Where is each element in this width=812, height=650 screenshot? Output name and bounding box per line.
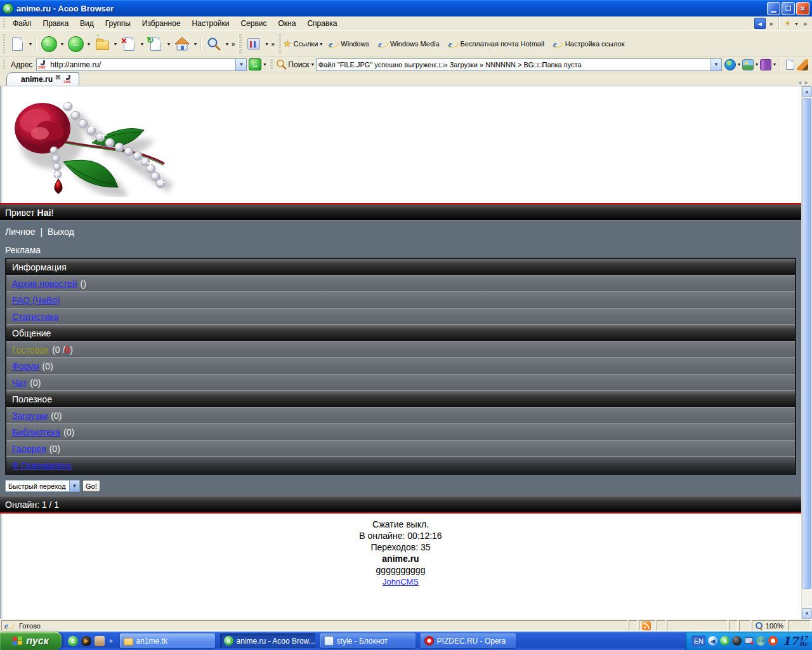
scrollbar-thumb[interactable] [802, 98, 811, 589]
search-label[interactable]: Поиск [288, 60, 309, 69]
dropdown-arrow-icon[interactable]: ▼ [736, 62, 742, 67]
menu-item-row[interactable]: Ф Газенвагенъ [6, 457, 795, 474]
back-button[interactable]: ← [39, 34, 59, 54]
menu-item-row[interactable]: Архив новостей () [6, 275, 795, 292]
zoom-panel[interactable]: 100% [752, 620, 787, 631]
dropdown-arrow-icon[interactable]: ▼ [754, 62, 760, 67]
toolbar-grip[interactable] [270, 60, 273, 70]
links-label[interactable]: Ссылки [294, 40, 318, 48]
menu-service[interactable]: Сервис [235, 17, 272, 30]
search-button[interactable] [204, 34, 224, 54]
forward-button[interactable]: → [65, 34, 86, 54]
gallery-link[interactable]: Галерея [12, 444, 46, 454]
chevron-more-icon[interactable]: » [108, 637, 114, 644]
guestbook-link[interactable]: Гостевая [12, 345, 49, 355]
personal-link[interactable]: Личное [5, 227, 36, 237]
menu-item-row[interactable]: Гостевая (0 / 0) [6, 342, 795, 358]
start-button[interactable]: пуск [0, 632, 62, 650]
search-input[interactable]: Файл "FILE.JPG" успешно выгружен□□» Загр… [316, 58, 722, 71]
dropdown-arrow-icon[interactable]: ▼ [27, 42, 34, 46]
dropdown-arrow-icon[interactable]: ▼ [793, 22, 799, 26]
toolbar-grip[interactable] [2, 34, 5, 53]
downloads-link[interactable]: Загрузки [12, 411, 48, 421]
tray-messenger-icon[interactable] [756, 636, 766, 646]
chevron-more-icon[interactable]: » [768, 20, 775, 27]
rss-panel[interactable] [639, 620, 655, 631]
tab-anime-ru[interactable]: anime.ru ⊠ CMS [6, 72, 79, 86]
tools-button[interactable] [244, 34, 264, 54]
dropdown-arrow-icon[interactable]: ▼ [771, 62, 778, 67]
page-preview-button[interactable] [783, 58, 797, 72]
search-dropdown-icon[interactable]: ▼ [710, 59, 721, 70]
toolbar-grip[interactable] [239, 34, 242, 53]
menu-groups[interactable]: Группы [100, 17, 136, 30]
bookmarks-icon[interactable] [760, 59, 771, 70]
language-indicator[interactable]: EN [691, 635, 705, 646]
chevron-more-icon[interactable]: » [270, 41, 277, 48]
link-customize[interactable]: e Настройка ссылок [553, 39, 625, 49]
dropdown-arrow-icon[interactable]: ▼ [192, 42, 199, 46]
link-hotmail[interactable]: e Бесплатная почта Hotmail [449, 39, 544, 49]
tray-network-disconnected-icon[interactable] [744, 636, 754, 646]
skin-back-icon[interactable]: ◄ [754, 18, 766, 29]
new-page-button[interactable] [7, 34, 27, 54]
dropdown-arrow-icon[interactable]: ▼ [264, 42, 270, 46]
menu-item-row[interactable]: Галерея (0) [6, 441, 795, 457]
minimize-button[interactable]: ▁ [767, 2, 780, 15]
quick-jump-go-button[interactable]: Go! [82, 480, 100, 492]
taskbar-button-folder[interactable]: an1me.tk [120, 633, 215, 648]
quicklaunch-messenger-icon[interactable] [95, 636, 105, 646]
tray-downloader-icon[interactable] [768, 636, 778, 646]
quick-jump-select[interactable]: Быстрый переход ▼ [5, 480, 80, 492]
tab-scroll-left-icon[interactable]: ◂ [798, 79, 801, 86]
address-input[interactable]: CMS http://anime.ru/ ▼ [36, 58, 247, 71]
quicklaunch-acoo-icon[interactable]: a [68, 636, 78, 646]
news-archive-link[interactable]: Архив новостей [12, 279, 77, 289]
toolbar-grip[interactable] [278, 34, 281, 53]
library-link[interactable]: Библиотека [12, 427, 60, 437]
chat-link[interactable]: Чат [12, 378, 27, 388]
scroll-up-icon[interactable]: ▲ [802, 86, 812, 97]
pen-edit-icon[interactable] [797, 59, 808, 70]
dropdown-arrow-icon[interactable]: ▼ [224, 42, 230, 46]
tray-acoo-icon[interactable]: a [720, 636, 730, 646]
upload-button[interactable]: ↑ [92, 34, 112, 54]
menu-item-row[interactable]: Загрузки (0) [6, 408, 795, 424]
menu-item-row[interactable]: Чат (0) [6, 375, 795, 391]
dropdown-arrow-icon[interactable]: ▼ [59, 42, 65, 46]
stop-button[interactable]: ✕ [119, 34, 139, 54]
select-dropdown-icon[interactable]: ▼ [69, 481, 79, 491]
taskbar-button-browser[interactable]: a anime.ru - Acoo Brow... [220, 633, 315, 648]
close-button[interactable]: ✕ [796, 2, 809, 15]
translate-globe-icon[interactable] [724, 59, 736, 70]
quicklaunch-player-icon[interactable] [81, 636, 91, 646]
dropdown-arrow-icon[interactable]: ▼ [166, 42, 172, 46]
menu-item-row[interactable]: Форум (0) [6, 358, 795, 375]
tray-collapse-icon[interactable]: ◀ [708, 636, 717, 646]
menu-edit[interactable]: Правка [37, 17, 75, 30]
home-button[interactable] [172, 34, 192, 54]
dropdown-arrow-icon[interactable]: ▼ [86, 42, 92, 46]
dropdown-arrow-icon[interactable]: ▼ [139, 42, 145, 46]
dropdown-arrow-icon[interactable]: ▼ [261, 62, 268, 67]
tab-scroll-right-icon[interactable]: ▸ [805, 79, 808, 86]
taskbar-button-opera[interactable]: PIZDEC.RU - Opera [421, 633, 516, 648]
go-button[interactable]: → [249, 58, 261, 70]
refresh-button[interactable]: ↻ [145, 34, 166, 54]
logout-link[interactable]: Выход [48, 227, 74, 237]
menu-favorites[interactable]: Избранное [136, 17, 187, 30]
link-windows-media[interactable]: e Windows Media [378, 39, 440, 49]
taskbar-button-notepad[interactable]: style - Блокнот [320, 633, 416, 648]
restore-button[interactable]: ❐ [782, 2, 795, 15]
vertical-scrollbar[interactable]: ▲ ▼ [801, 86, 812, 619]
menu-settings[interactable]: Настройки [187, 17, 235, 30]
extra-link[interactable]: Ф Газенвагенъ [12, 460, 72, 470]
menu-item-row[interactable]: Библиотека (0) [6, 424, 795, 441]
toolbar-grip[interactable] [2, 18, 5, 29]
chevron-more-icon[interactable]: » [230, 41, 237, 48]
menu-help[interactable]: Справка [301, 17, 343, 30]
menu-view[interactable]: Вид [74, 17, 100, 30]
chevron-more-icon[interactable]: » [802, 20, 808, 27]
scroll-down-icon[interactable]: ▼ [802, 608, 812, 619]
forum-link[interactable]: Форум [12, 361, 39, 371]
